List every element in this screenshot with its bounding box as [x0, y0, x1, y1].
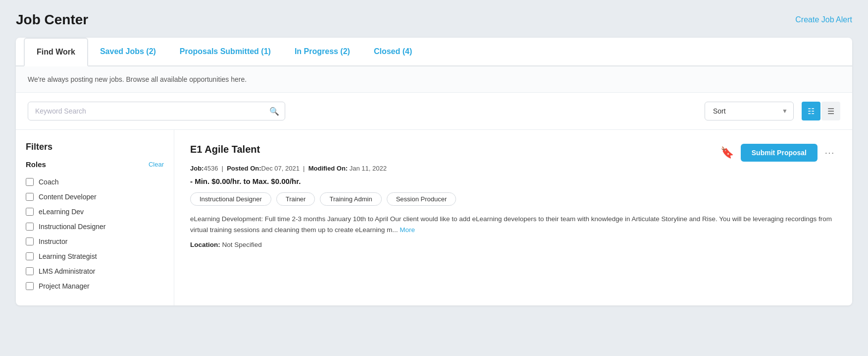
filter-item-lms-administrator: LMS Administrator [26, 264, 164, 279]
job-number-label: Job: [190, 165, 204, 172]
filter-label-content-developer[interactable]: Content Developer [39, 193, 97, 201]
job-description: eLearning Development: Full time 2-3 mon… [190, 214, 836, 235]
list-view-button[interactable]: ☰ [821, 102, 840, 120]
filter-item-learning-strategist: Learning Strategist [26, 249, 164, 264]
notice-bar: We're always posting new jobs. Browse al… [16, 66, 852, 93]
posted-date: Dec 07, 2021 [261, 165, 300, 172]
job-rate: - Min. $0.00/hr. to Max. $0.00/hr. [190, 177, 836, 185]
grid-view-button[interactable]: ☷ [802, 102, 820, 120]
page-title: Job Center [16, 12, 88, 28]
sort-select-wrap: Sort Newest First Oldest First Rate: Low… [705, 102, 794, 120]
job-card-header: E1 Agile Talent 🔖 Submit Proposal ⋯ [190, 144, 836, 162]
job-location: Location: Not Specified [190, 241, 836, 248]
tag-session-producer: Session Producer [387, 192, 457, 206]
tab-closed[interactable]: Closed (4) [362, 38, 424, 66]
clear-filters-link[interactable]: Clear [149, 161, 164, 168]
create-alert-link[interactable]: Create Job Alert [795, 15, 852, 24]
filters-title: Filters [26, 142, 164, 152]
filter-checkbox-coach[interactable] [26, 178, 34, 186]
roles-label: Roles [26, 160, 46, 169]
filter-checkbox-lms-administrator[interactable] [26, 267, 34, 275]
content-row: Filters Roles Clear Coach Content Develo… [16, 130, 852, 305]
job-description-text: eLearning Development: Full time 2-3 mon… [190, 215, 832, 234]
job-card: E1 Agile Talent 🔖 Submit Proposal ⋯ Job:… [190, 144, 836, 248]
tag-instructional-designer: Instructional Designer [190, 192, 271, 206]
notice-text: We're always posting new jobs. Browse al… [28, 75, 247, 83]
modified-date: Jan 11, 2022 [350, 165, 387, 172]
modified-on-label: Modified On: [308, 165, 348, 172]
posted-on-label: Posted On: [227, 165, 261, 172]
tab-proposals-submitted[interactable]: Proposals Submitted (1) [168, 38, 283, 66]
filter-item-elearning-dev: eLearning Dev [26, 204, 164, 219]
filter-checkbox-instructional-designer[interactable] [26, 223, 34, 231]
search-icon: 🔍 [269, 107, 279, 116]
filter-label-learning-strategist[interactable]: Learning Strategist [39, 252, 97, 260]
submit-proposal-button[interactable]: Submit Proposal [741, 144, 817, 162]
job-tags: Instructional Designer Trainer Training … [190, 192, 836, 206]
filter-checkbox-instructor[interactable] [26, 237, 34, 245]
location-label: Location: [190, 241, 220, 248]
filter-item-content-developer: Content Developer [26, 189, 164, 204]
bookmark-button[interactable]: 🔖 [718, 146, 736, 159]
more-options-button[interactable]: ⋯ [822, 147, 836, 159]
tabs-bar: Find Work Saved Jobs (2) Proposals Submi… [16, 38, 852, 66]
filter-checkbox-content-developer[interactable] [26, 193, 34, 201]
filter-checkbox-project-manager[interactable] [26, 282, 34, 290]
search-input[interactable] [28, 102, 285, 120]
filter-label-project-manager[interactable]: Project Manager [39, 282, 90, 290]
location-value: Not Specified [222, 241, 262, 248]
tag-trainer: Trainer [276, 192, 315, 206]
tab-find-work[interactable]: Find Work [24, 38, 88, 66]
filters-sidebar: Filters Roles Clear Coach Content Develo… [16, 130, 174, 305]
search-sort-row: 🔍 Sort Newest First Oldest First Rate: L… [16, 93, 852, 130]
job-meta: Job:4536 | Posted On:Dec 07, 2021 | Modi… [190, 165, 836, 172]
job-title: E1 Agile Talent [190, 144, 260, 155]
filter-item-coach: Coach [26, 175, 164, 189]
job-actions: 🔖 Submit Proposal ⋯ [718, 144, 836, 162]
filter-label-instructional-designer[interactable]: Instructional Designer [39, 223, 105, 231]
tag-training-admin: Training Admin [320, 192, 381, 206]
filter-label-elearning-dev[interactable]: eLearning Dev [39, 208, 84, 216]
filter-item-project-manager: Project Manager [26, 279, 164, 294]
sort-select[interactable]: Sort Newest First Oldest First Rate: Low… [705, 102, 794, 120]
filter-item-instructional-designer: Instructional Designer [26, 219, 164, 234]
filter-item-instructor: Instructor [26, 234, 164, 249]
job-listing: E1 Agile Talent 🔖 Submit Proposal ⋯ Job:… [174, 130, 852, 305]
job-description-more-link[interactable]: More [400, 226, 415, 234]
view-toggle: ☷ ☰ [802, 102, 840, 120]
filter-checkbox-learning-strategist[interactable] [26, 252, 34, 260]
search-box: 🔍 [28, 102, 285, 120]
filter-checkbox-elearning-dev[interactable] [26, 208, 34, 216]
tab-saved-jobs[interactable]: Saved Jobs (2) [88, 38, 168, 66]
filter-label-lms-administrator[interactable]: LMS Administrator [39, 267, 95, 275]
job-number: 4536 [204, 165, 218, 172]
filter-label-instructor[interactable]: Instructor [39, 237, 67, 245]
roles-header: Roles Clear [26, 160, 164, 169]
filter-label-coach[interactable]: Coach [39, 178, 58, 186]
tab-in-progress[interactable]: In Progress (2) [283, 38, 362, 66]
